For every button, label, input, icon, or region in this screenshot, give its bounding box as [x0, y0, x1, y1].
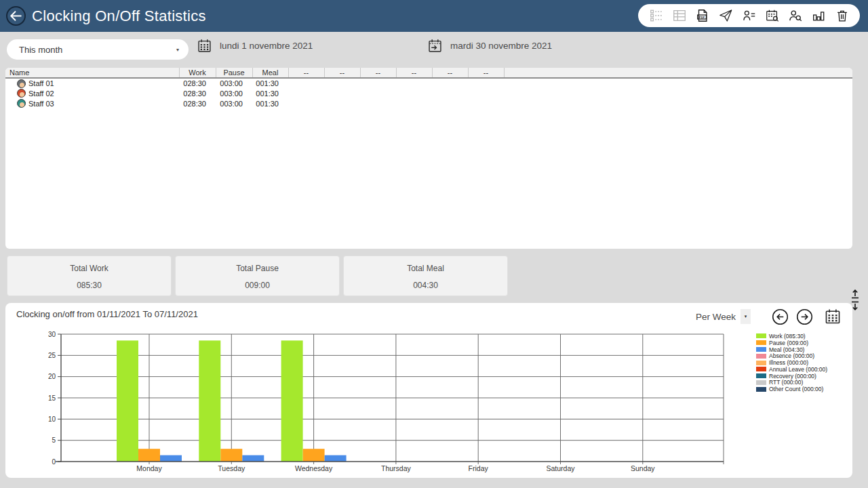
- send-icon[interactable]: [718, 8, 734, 24]
- legend-label: Absence (000:00): [769, 352, 814, 359]
- calendar-icon: [197, 38, 212, 54]
- end-date-picker[interactable]: mardi 30 novembre 2021: [427, 38, 552, 54]
- contact-list-icon[interactable]: [741, 8, 757, 24]
- legend-swatch: [756, 347, 766, 352]
- staff-name: Staff 03: [28, 100, 54, 108]
- table-row[interactable]: Staff 01028:30003:00001:30: [5, 78, 852, 88]
- column-header-empty-7[interactable]: --: [396, 68, 432, 78]
- table-icon: [671, 8, 687, 24]
- bar-chart-icon[interactable]: [811, 8, 827, 24]
- x-tick-label: Friday: [469, 464, 489, 472]
- legend-swatch: [756, 380, 766, 385]
- column-header-empty-5[interactable]: --: [324, 68, 360, 78]
- y-tick-label: 20: [48, 373, 56, 380]
- date-range-select[interactable]: This month ▾: [7, 39, 189, 60]
- legend-swatch: [756, 354, 766, 359]
- bar-meal-monday[interactable]: [160, 455, 182, 462]
- y-tick-label: 15: [48, 394, 56, 402]
- legend-label: Meal (004:30): [769, 346, 804, 353]
- legend-label: Pause (009:00): [769, 340, 808, 346]
- total-pause-label: Total Pause: [176, 264, 339, 273]
- x-tick-label: Wednesday: [295, 464, 333, 472]
- total-work-label: Total Work: [7, 264, 171, 273]
- filter-row: This month ▾ lundi 1 novembre 2021 mardi…: [0, 32, 868, 68]
- expand-up-icon[interactable]: [850, 289, 861, 299]
- bar-meal-tuesday[interactable]: [242, 455, 264, 462]
- back-arrow-icon: [7, 7, 24, 24]
- cell-meal: 001:30: [252, 78, 288, 88]
- total-meal-card: Total Meal 004:30: [343, 256, 508, 296]
- legend-item: RTT (000:00): [756, 380, 827, 386]
- bar-meal-wednesday[interactable]: [325, 455, 347, 462]
- legend-item: Work (085:30): [756, 333, 827, 340]
- cell-pause: 003:00: [216, 88, 252, 98]
- legend-item: Annual Leave (000:00): [756, 366, 827, 373]
- date-range-value: This month: [19, 45, 176, 55]
- legend-swatch: [756, 340, 766, 345]
- chart-legend: Work (085:30) Pause (009:00) Meal (004:3…: [756, 333, 827, 392]
- column-header-empty-6[interactable]: --: [360, 68, 396, 78]
- bar-pause-monday[interactable]: [138, 449, 160, 462]
- cell-pause: 003:00: [216, 78, 252, 88]
- staff-avatar: [17, 89, 26, 98]
- legend-label: Other Count (000:00): [769, 386, 823, 392]
- legend-swatch: [756, 373, 766, 378]
- legend-label: Work (085:30): [769, 333, 806, 340]
- legend-item: Recovery (000:00): [756, 373, 827, 380]
- person-search-icon[interactable]: [788, 8, 804, 24]
- table-row[interactable]: Staff 03028:30003:00001:30: [5, 98, 852, 108]
- x-tick-label: Thursday: [381, 464, 412, 472]
- x-tick-label: Monday: [136, 464, 162, 472]
- cell-meal: 001:30: [252, 98, 288, 108]
- total-meal-label: Total Meal: [344, 264, 507, 273]
- checklist-icon: [648, 8, 664, 24]
- legend-label: Recovery (000:00): [769, 373, 816, 380]
- total-pause-card: Total Pause 009:00: [175, 256, 340, 296]
- y-tick-label: 30: [48, 331, 56, 338]
- chevron-down-icon: ▾: [176, 47, 179, 53]
- bar-work-monday[interactable]: [117, 340, 138, 462]
- legend-label: Annual Leave (000:00): [769, 366, 827, 373]
- gridlines: 051015202530: [48, 331, 724, 466]
- table-header-row: NameWorkPauseMeal------------: [5, 68, 852, 78]
- app-header: Clocking On/Off Statistics PDF: [0, 0, 868, 32]
- staff-avatar: [17, 99, 26, 108]
- column-header-pause[interactable]: Pause: [216, 68, 252, 78]
- staff-name: Staff 01: [28, 79, 54, 87]
- column-header-empty-4[interactable]: --: [288, 68, 324, 78]
- staff-table-panel: NameWorkPauseMeal------------ Staff 0102…: [5, 68, 852, 249]
- bar-work-tuesday[interactable]: [199, 340, 220, 462]
- legend-item: Other Count (000:00): [756, 386, 827, 392]
- toolbar: PDF: [638, 4, 860, 27]
- total-work-value: 085:30: [7, 281, 171, 290]
- calendar-search-icon[interactable]: [764, 8, 780, 24]
- start-date-picker[interactable]: lundi 1 novembre 2021: [197, 38, 313, 54]
- legend-swatch: [756, 333, 766, 338]
- legend-item: Absence (000:00): [756, 352, 827, 359]
- column-header-filler: [504, 68, 852, 78]
- svg-text:PDF: PDF: [699, 16, 705, 19]
- column-header-name[interactable]: Name: [5, 68, 179, 78]
- cell-pause: 003:00: [216, 98, 252, 108]
- bar-pause-tuesday[interactable]: [220, 449, 242, 462]
- trash-icon[interactable]: [834, 8, 850, 24]
- x-tick-label: Saturday: [546, 464, 575, 472]
- cell-work: 028:30: [179, 88, 216, 98]
- cell-work: 028:30: [179, 98, 216, 108]
- bar-pause-wednesday[interactable]: [303, 449, 325, 462]
- column-header-empty-8[interactable]: --: [432, 68, 468, 78]
- total-work-card: Total Work 085:30: [7, 256, 172, 296]
- column-header-work[interactable]: Work: [179, 68, 216, 78]
- cell-meal: 001:30: [252, 88, 288, 98]
- bar-chart: 051015202530MondayTuesdayWednesdayThursd…: [5, 303, 852, 478]
- bar-work-wednesday[interactable]: [281, 340, 303, 462]
- pdf-export-icon[interactable]: PDF: [695, 8, 711, 24]
- y-tick-label: 25: [48, 352, 56, 359]
- legend-item: Illness (000:00): [756, 359, 827, 366]
- total-meal-value: 004:30: [344, 281, 507, 290]
- table-row[interactable]: Staff 02028:30003:00001:30: [5, 88, 852, 98]
- staff-name: Staff 02: [28, 89, 54, 98]
- column-header-meal[interactable]: Meal: [252, 68, 288, 78]
- column-header-empty-9[interactable]: --: [468, 68, 504, 78]
- back-button[interactable]: [6, 6, 26, 26]
